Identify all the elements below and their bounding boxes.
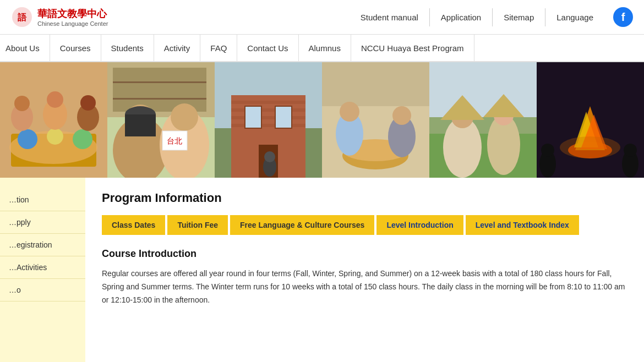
logo[interactable]: 語 華語文教學中心 Chinese Language Center xyxy=(11,6,108,28)
main-nav: About Us Courses Students Activity FAQ C… xyxy=(0,35,644,62)
svg-rect-33 xyxy=(231,124,305,127)
photo-4 xyxy=(322,62,429,178)
sidebar-item-apply[interactable]: …pply xyxy=(0,211,85,234)
main-content: Program Information Class Dates Tuition … xyxy=(85,178,644,362)
top-nav: Student manual Application Sitemap Langu… xyxy=(350,7,633,27)
photo-1 xyxy=(0,62,107,178)
tab-free-courses[interactable]: Free Language & Culture Courses xyxy=(230,215,374,235)
course-intro-text: Regular courses are offered all year rou… xyxy=(102,267,627,306)
svg-rect-16 xyxy=(113,68,206,112)
svg-rect-30 xyxy=(231,101,305,104)
nav-contact-us[interactable]: Contact Us xyxy=(237,35,298,61)
photo-3 xyxy=(215,62,322,178)
logo-icon: 語 xyxy=(11,6,33,28)
svg-text:語: 語 xyxy=(18,12,27,22)
svg-point-11 xyxy=(47,91,63,108)
tab-textbook-index[interactable]: Level and Textbook Index xyxy=(466,215,579,235)
svg-rect-22 xyxy=(125,114,156,136)
svg-point-6 xyxy=(47,128,63,145)
course-intro-title: Course Introduction xyxy=(102,248,627,260)
top-nav-student-manual[interactable]: Student manual xyxy=(350,8,430,26)
logo-english: Chinese Language Center xyxy=(37,20,108,27)
facebook-icon[interactable]: f xyxy=(613,7,633,27)
sidebar-item-o[interactable]: …o xyxy=(0,279,85,301)
top-nav-application[interactable]: Application xyxy=(430,8,493,26)
svg-rect-18 xyxy=(113,98,206,100)
top-nav-sitemap[interactable]: Sitemap xyxy=(493,8,545,26)
tab-class-dates[interactable]: Class Dates xyxy=(102,215,165,235)
svg-point-9 xyxy=(14,96,30,111)
svg-point-7 xyxy=(73,129,92,149)
sidebar-item-tion[interactable]: …tion xyxy=(0,189,85,211)
svg-rect-35 xyxy=(275,106,292,128)
svg-point-66 xyxy=(624,144,637,157)
sidebar: …tion …pply …egistration …Activities …o xyxy=(0,178,85,362)
top-bar: 語 華語文教學中心 Chinese Language Center Studen… xyxy=(0,0,644,35)
program-info-title: Program Information xyxy=(102,191,627,205)
svg-rect-49 xyxy=(429,62,537,117)
photo-2: 台北 xyxy=(107,62,215,178)
logo-chinese: 華語文教學中心 xyxy=(37,7,108,20)
svg-point-62 xyxy=(560,136,620,158)
nav-about-us[interactable]: About Us xyxy=(0,35,50,61)
tab-level-intro[interactable]: Level Introduction xyxy=(376,215,463,235)
svg-point-47 xyxy=(392,106,411,125)
sidebar-item-registration[interactable]: …egistration xyxy=(0,234,85,256)
content-wrapper: …tion …pply …egistration …Activities …o … xyxy=(0,178,644,362)
photo-6 xyxy=(537,62,644,178)
svg-rect-34 xyxy=(245,106,261,128)
svg-point-13 xyxy=(80,95,96,111)
tab-buttons: Class Dates Tuition Fee Free Language & … xyxy=(102,215,627,235)
svg-rect-17 xyxy=(113,81,206,83)
svg-point-64 xyxy=(541,144,554,157)
photo-strip: 台北 xyxy=(0,62,644,178)
svg-rect-31 xyxy=(231,108,305,112)
svg-point-45 xyxy=(340,102,359,122)
nav-faq[interactable]: FAQ xyxy=(200,35,237,61)
nav-alumnus[interactable]: Alumnus xyxy=(299,35,351,61)
nav-courses[interactable]: Courses xyxy=(50,35,101,61)
svg-point-38 xyxy=(264,151,275,162)
logo-text: 華語文教學中心 Chinese Language Center xyxy=(37,7,108,27)
nav-activity[interactable]: Activity xyxy=(154,35,201,61)
top-nav-language[interactable]: Language xyxy=(545,8,604,26)
nav-nccu-huaya[interactable]: NCCU Huaya Best Program xyxy=(351,35,474,61)
svg-text:台北: 台北 xyxy=(167,136,182,145)
photo-5 xyxy=(429,62,537,178)
sidebar-item-activities[interactable]: …Activities xyxy=(0,256,85,279)
nav-students[interactable]: Students xyxy=(101,35,154,61)
tab-tuition-fee[interactable]: Tuition Fee xyxy=(167,215,228,235)
svg-point-5 xyxy=(18,129,37,149)
svg-point-24 xyxy=(171,103,198,131)
svg-rect-32 xyxy=(231,116,305,119)
svg-rect-41 xyxy=(322,62,429,106)
